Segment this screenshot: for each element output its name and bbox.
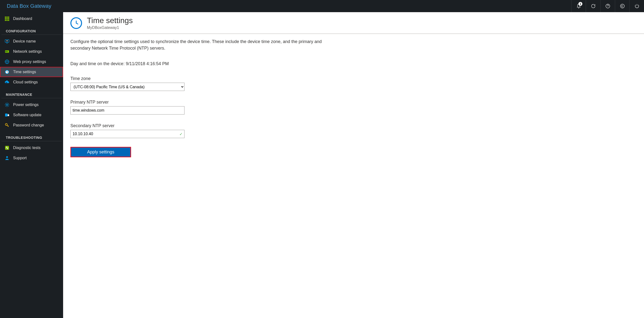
sidebar-item-label: Dashboard xyxy=(13,17,32,21)
svg-point-25 xyxy=(6,104,8,105)
sidebar-item-cloud-settings[interactable]: Cloud settings xyxy=(0,77,63,87)
monitor-icon xyxy=(4,39,10,44)
sidebar-item-label: Web proxy settings xyxy=(13,60,46,64)
svg-rect-2 xyxy=(5,17,6,18)
sidebar-item-software-update[interactable]: Software update xyxy=(0,110,63,120)
sidebar-item-label: Software update xyxy=(13,113,42,117)
sidebar-item-label: Network settings xyxy=(13,49,42,54)
svg-point-39 xyxy=(6,156,8,158)
sidebar-item-label: Device name xyxy=(13,39,36,44)
sidebar-item-label: Cloud settings xyxy=(13,80,38,84)
topbar: Data Box Gateway 1 xyxy=(0,0,644,12)
device-time-label: Day and time on the device: xyxy=(70,61,126,66)
sidebar: Dashboard CONFIGURATION Device name Netw… xyxy=(0,12,63,318)
power-button[interactable] xyxy=(630,0,644,12)
notifications-button[interactable]: 1 xyxy=(571,0,586,12)
refresh-icon xyxy=(590,4,596,9)
help-button[interactable] xyxy=(600,0,615,12)
notification-badge: 1 xyxy=(578,2,582,6)
topbar-icons: 1 xyxy=(571,0,644,12)
key-icon xyxy=(4,122,10,128)
sidebar-item-dashboard[interactable]: Dashboard xyxy=(0,14,63,24)
globe-icon xyxy=(4,59,10,64)
sidebar-item-label: Diagnostic tests xyxy=(13,146,40,150)
svg-line-31 xyxy=(8,106,9,106)
svg-rect-8 xyxy=(5,20,6,21)
svg-rect-9 xyxy=(6,20,8,21)
refresh-button[interactable] xyxy=(586,0,600,12)
main-content: Time settings MyDBoxGateway1 Configure t… xyxy=(63,12,644,318)
svg-rect-3 xyxy=(6,17,8,18)
device-time-value: 9/11/2018 4:16:54 PM xyxy=(126,61,169,66)
svg-rect-7 xyxy=(8,18,9,20)
svg-line-33 xyxy=(8,103,9,104)
power-icon xyxy=(634,4,640,9)
sidebar-item-label: Support xyxy=(13,156,27,160)
svg-line-37 xyxy=(8,126,8,126)
sidebar-item-password-change[interactable]: Password change xyxy=(0,120,63,130)
page-description: Configure the optional time settings use… xyxy=(70,38,323,52)
svg-rect-34 xyxy=(5,113,8,116)
secondary-ntp-label: Secondary NTP server xyxy=(70,123,323,128)
secondary-ntp-input[interactable] xyxy=(70,130,184,138)
svg-rect-16 xyxy=(7,51,8,52)
svg-rect-15 xyxy=(6,51,6,52)
cloud-gear-icon xyxy=(4,80,10,85)
svg-line-32 xyxy=(6,106,6,106)
timezone-label: Time zone xyxy=(70,76,323,81)
apply-settings-button[interactable]: Apply settings xyxy=(70,147,131,157)
page-clock-icon xyxy=(70,17,82,29)
svg-point-13 xyxy=(6,40,8,41)
svg-rect-6 xyxy=(6,18,8,20)
sidebar-item-time-settings[interactable]: Time settings xyxy=(0,67,63,77)
sidebar-item-power-settings[interactable]: Power settings xyxy=(0,100,63,110)
page-title: Time settings xyxy=(87,16,133,25)
page-subtitle: MyDBoxGateway1 xyxy=(87,26,133,30)
page-header: Time settings MyDBoxGateway1 xyxy=(63,12,644,34)
sidebar-item-label: Power settings xyxy=(13,103,38,107)
sidebar-item-device-name[interactable]: Device name xyxy=(0,36,63,46)
person-icon xyxy=(4,155,10,161)
svg-point-24 xyxy=(6,82,7,84)
svg-rect-12 xyxy=(6,43,8,43)
sidebar-item-network-settings[interactable]: Network settings xyxy=(0,46,63,57)
sidebar-group-configuration: CONFIGURATION xyxy=(2,24,62,35)
pulse-icon xyxy=(4,145,10,150)
brand-title: Data Box Gateway xyxy=(7,3,51,9)
copyright-icon xyxy=(620,4,625,9)
update-icon xyxy=(4,112,10,118)
sidebar-group-troubleshooting: TROUBLESHOOTING xyxy=(2,130,62,141)
gear-icon xyxy=(4,102,10,107)
svg-rect-4 xyxy=(8,17,9,18)
timezone-select[interactable]: (UTC-08:00) Pacific Time (US & Canada) xyxy=(70,83,184,91)
sidebar-item-diagnostic-tests[interactable]: Diagnostic tests xyxy=(0,143,63,153)
svg-point-1 xyxy=(620,4,624,8)
dashboard-icon xyxy=(4,16,10,21)
sidebar-item-label: Time settings xyxy=(13,70,36,74)
svg-line-41 xyxy=(76,23,78,24)
sidebar-group-maintenance: MAINTENANCE xyxy=(2,87,62,98)
network-icon xyxy=(4,49,10,54)
sidebar-item-web-proxy[interactable]: Web proxy settings xyxy=(0,57,63,67)
sidebar-item-support[interactable]: Support xyxy=(0,153,63,163)
svg-rect-5 xyxy=(5,18,6,20)
copyright-button[interactable] xyxy=(615,0,630,12)
device-time-row: Day and time on the device: 9/11/2018 4:… xyxy=(70,61,323,66)
svg-rect-10 xyxy=(8,20,9,21)
primary-ntp-input[interactable] xyxy=(70,106,184,114)
svg-line-30 xyxy=(6,103,6,104)
clock-icon xyxy=(4,69,10,75)
sidebar-item-label: Password change xyxy=(13,123,44,127)
help-icon xyxy=(605,4,610,9)
primary-ntp-label: Primary NTP server xyxy=(70,100,323,105)
